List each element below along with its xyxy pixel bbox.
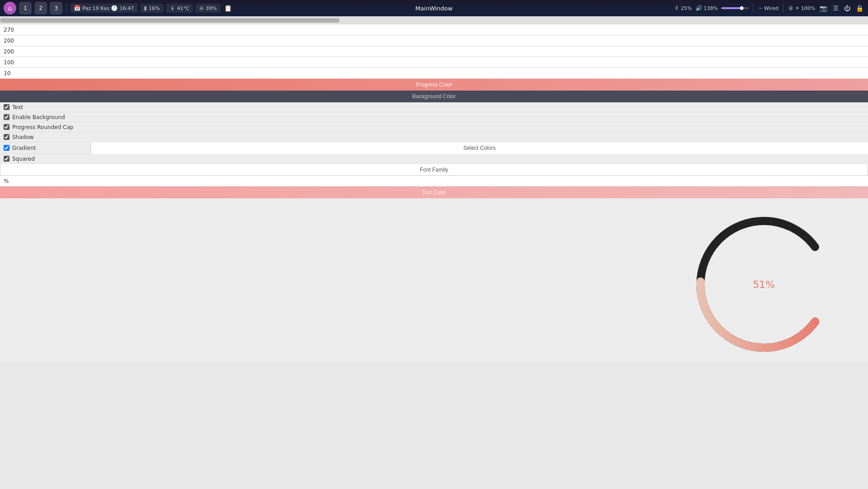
mic-icon: 🎙 bbox=[674, 5, 680, 11]
checkbox-text-row: Text bbox=[0, 102, 868, 112]
font-family-button[interactable]: Font Family bbox=[0, 164, 868, 176]
network-icon: ~ bbox=[758, 5, 762, 11]
fan-info: ⊕ 39% bbox=[196, 4, 221, 13]
checkbox-progress-rounded[interactable] bbox=[4, 124, 10, 130]
speaker-info: 🔊 138% bbox=[695, 5, 718, 11]
battery-icon: ▮ bbox=[144, 5, 147, 11]
window-title: MainWindow bbox=[415, 5, 452, 12]
text-color-button[interactable]: Text Color bbox=[0, 187, 868, 198]
checkbox-gradient-label: Gradient bbox=[12, 145, 36, 151]
field-3-value: 200 bbox=[4, 48, 14, 55]
checkbox-shadow[interactable] bbox=[4, 134, 10, 140]
workspace-3-label: 3 bbox=[54, 5, 58, 11]
camera-icon[interactable]: 📷 bbox=[819, 4, 828, 13]
checkbox-progress-rounded-label: Progress Rounded Cap bbox=[12, 124, 73, 130]
fan-text: 39% bbox=[206, 5, 216, 11]
field-5-value: 10 bbox=[4, 70, 10, 77]
background-color-button[interactable]: Background Color bbox=[0, 91, 868, 102]
workspace-2[interactable]: 2 bbox=[34, 2, 47, 14]
workspace-1[interactable]: 1 bbox=[19, 2, 32, 14]
field-row-1: 270 bbox=[0, 24, 868, 35]
checkbox-squared-row: Squared bbox=[0, 154, 868, 164]
field-row-3: 200 bbox=[0, 46, 868, 57]
checkbox-squared-label: Squared bbox=[12, 156, 35, 162]
checkbox-text[interactable] bbox=[4, 104, 10, 110]
circular-progress: 51% bbox=[687, 207, 841, 361]
separator-1 bbox=[66, 4, 67, 13]
text-suffix-row: % bbox=[0, 176, 868, 187]
checkbox-shadow-label: Shadow bbox=[12, 134, 34, 140]
taskbar: ⌂ 1 2 3 📅 Paz 19 Kas 🕐 16:47 ▮ 16% 🌡 41°… bbox=[0, 0, 868, 16]
mic-info: 🎙 25% bbox=[674, 5, 692, 11]
preview-area: 51% bbox=[0, 198, 868, 361]
separator-2 bbox=[753, 4, 753, 13]
field-4-value: 100 bbox=[4, 59, 14, 66]
network-info: ~ Wired bbox=[758, 5, 778, 11]
fan-icon: ⊕ bbox=[199, 5, 204, 11]
field-row-5: 10 bbox=[0, 68, 868, 79]
network-text: Wired bbox=[764, 5, 778, 11]
scrollbar-area[interactable] bbox=[0, 16, 868, 24]
field-1-value: 270 bbox=[4, 27, 14, 33]
checkbox-enable-bg-label: Enable Background bbox=[12, 114, 65, 120]
volume-bar[interactable] bbox=[721, 7, 748, 9]
gradient-label-area: Gradient bbox=[0, 142, 91, 153]
workspace-3[interactable]: 3 bbox=[50, 2, 62, 14]
scrollbar-thumb[interactable] bbox=[0, 18, 340, 23]
field-2-value: 200 bbox=[4, 38, 14, 44]
speaker-icon: 🔊 bbox=[695, 5, 702, 11]
temp-info: 🌡 41°C bbox=[166, 4, 193, 13]
datetime-info: 📅 Paz 19 Kas 🕐 16:47 bbox=[70, 4, 138, 13]
battery-text: 16% bbox=[149, 5, 159, 11]
workspace-1-label: 1 bbox=[24, 5, 27, 11]
copy-icon[interactable]: 📋 bbox=[223, 4, 233, 13]
temp-icon: 🌡 bbox=[170, 5, 175, 11]
date-text: Paz 19 Kas bbox=[82, 5, 109, 11]
checkbox-squared[interactable] bbox=[4, 156, 10, 162]
checkboxes-section: Text Enable Background Progress Rounded … bbox=[0, 102, 868, 164]
volume-fill bbox=[721, 7, 740, 9]
mic-vol-text: 25% bbox=[681, 5, 692, 11]
battery-info: ▮ 16% bbox=[140, 4, 163, 13]
lock-icon[interactable]: 🔒 bbox=[855, 4, 864, 13]
display-info: 🖥 ☀ 100% bbox=[788, 5, 815, 11]
display-pct-text: 100% bbox=[801, 5, 815, 11]
separator-3 bbox=[783, 4, 783, 13]
speaker-vol-text: 138% bbox=[704, 5, 718, 11]
progress-value: 51% bbox=[753, 279, 775, 290]
select-colors-button[interactable]: Select Colors bbox=[91, 142, 868, 154]
menu-icon[interactable]: ☰ bbox=[832, 4, 839, 13]
taskbar-right: 🎙 25% 🔊 138% ~ Wired 🖥 ☀ 100% 📷 ☰ bbox=[674, 4, 864, 13]
checkbox-progress-rounded-row: Progress Rounded Cap bbox=[0, 122, 868, 132]
power-icon[interactable]: ⏻ bbox=[843, 4, 851, 13]
workspace-2-label: 2 bbox=[39, 5, 43, 11]
main-content: 270 200 200 100 10 Progress Color Backgr… bbox=[0, 24, 868, 198]
field-row-2: 200 bbox=[0, 35, 868, 46]
checkbox-text-label: Text bbox=[12, 104, 23, 110]
brightness-icon: ☀ bbox=[795, 5, 800, 11]
checkbox-shadow-row: Shadow bbox=[0, 132, 868, 142]
checkbox-enable-bg[interactable] bbox=[4, 114, 10, 120]
progress-color-button[interactable]: Progress Color bbox=[0, 79, 868, 91]
checkbox-gradient[interactable] bbox=[4, 145, 10, 151]
gradient-row: Gradient Select Colors bbox=[0, 142, 868, 154]
field-row-4: 100 bbox=[0, 57, 868, 68]
time-text: 16:47 bbox=[120, 5, 134, 11]
clock-icon: 🕐 bbox=[111, 5, 118, 11]
select-colors-area: Select Colors bbox=[91, 142, 868, 153]
display-icon: 🖥 bbox=[788, 5, 793, 11]
home-icon: ⌂ bbox=[8, 5, 12, 12]
text-suffix-value: % bbox=[4, 178, 9, 184]
temp-text: 41°C bbox=[177, 5, 189, 11]
volume-thumb bbox=[740, 6, 743, 10]
home-button[interactable]: ⌂ bbox=[4, 2, 16, 14]
calendar-icon: 📅 bbox=[74, 5, 81, 11]
checkbox-enable-bg-row: Enable Background bbox=[0, 112, 868, 122]
